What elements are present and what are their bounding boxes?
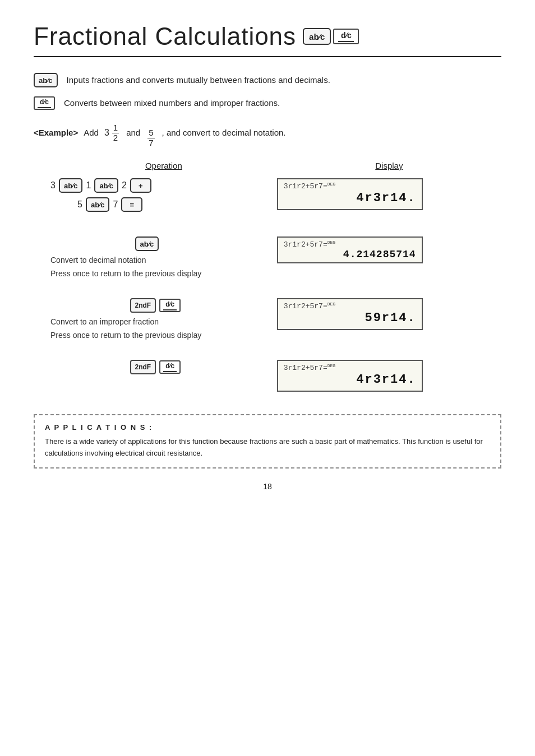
page-number: 18 xyxy=(34,482,501,491)
headers-row: Operation Display xyxy=(34,161,501,176)
applications-title: A P P L I C A T I O N S : xyxy=(45,423,490,432)
mixed-frac-1: 3 1 2 xyxy=(104,123,121,142)
example-section: <Example> Add 3 1 2 and 5 7 , and conver… xyxy=(34,123,501,147)
frac2-den: 7 xyxy=(147,138,154,148)
step4-display: 3r1r2+5r7=DEG 4r3r14. xyxy=(277,360,501,392)
calc-bottom-2: 4.214285714 xyxy=(284,249,416,260)
applications-box: A P P L I C A T I O N S : There is a wid… xyxy=(34,414,501,469)
step4-block: 2ndF d⁄c 3r1r2+5r7=DEG 4r3r14. xyxy=(34,360,501,392)
num-3: 3 xyxy=(50,180,56,191)
calc-display-1: 3r1r2+5r7=DEG 4r3r14. xyxy=(277,178,423,210)
num-5: 5 xyxy=(77,200,82,210)
ab-key-1[interactable]: ab⁄c xyxy=(59,178,83,193)
calc-bottom-4: 4r3r14. xyxy=(284,372,416,388)
fraction-2: 5 7 xyxy=(147,128,154,147)
calc-bottom-3: 59r14. xyxy=(284,310,416,327)
example-and: and xyxy=(126,128,140,137)
calc-top-4: 3r1r2+5r7=DEG xyxy=(284,363,416,372)
desc-text-2: Converts between mixed numbers and impro… xyxy=(64,97,280,110)
step1-block: 3 ab⁄c 1 ab⁄c 2 + 5 ab⁄c 7 = 3r1r2+5r7=D… xyxy=(34,178,501,216)
step3-block: 2ndF d⁄c Convert to an improper fraction… xyxy=(34,298,501,340)
applications-text: There is a wide variety of applications … xyxy=(45,436,490,460)
step2-keys-row: ab⁄c xyxy=(50,236,277,251)
deg-badge-2: DEG xyxy=(328,240,335,245)
step2-display: 3r1r2+5r7=DEG 4.214285714 xyxy=(277,236,501,278)
deg-badge-4: DEG xyxy=(328,363,335,368)
deg-badge-1: DEG xyxy=(328,182,335,187)
calc-display-2: 3r1r2+5r7=DEG 4.214285714 xyxy=(277,236,423,263)
title-icons: ab⁄c d⁄c xyxy=(303,28,359,45)
frac2-num: 5 xyxy=(147,128,154,138)
step1-display: 3r1r2+5r7=DEG 4r3r14. xyxy=(277,178,501,216)
step3-op: 2ndF d⁄c Convert to an improper fraction… xyxy=(34,298,277,340)
fraction-1: 1 2 xyxy=(112,123,119,142)
calc-display-4: 3r1r2+5r7=DEG 4r3r14. xyxy=(277,360,423,392)
ab-key-desc1: ab⁄c xyxy=(34,73,58,87)
calc-display-3: 3r1r2+5r7=DEG 59r14. xyxy=(277,298,423,330)
example-suffix: , and convert to decimal notation. xyxy=(162,128,286,137)
step2-notes: Convert to decimal notation Press once t… xyxy=(50,256,277,278)
mixed-int: 3 xyxy=(104,128,109,138)
step4-op: 2ndF d⁄c xyxy=(34,360,277,392)
num-7: 7 xyxy=(113,200,118,210)
step3-notes: Convert to an improper fraction Press on… xyxy=(50,317,277,340)
num-2: 2 xyxy=(122,180,127,191)
desc-text-1: Inputs fractions and converts mutually b… xyxy=(67,74,330,87)
step1-op: 3 ab⁄c 1 ab⁄c 2 + 5 ab⁄c 7 = xyxy=(34,178,277,216)
step1-keys-row1: 3 ab⁄c 1 ab⁄c 2 + xyxy=(50,178,277,193)
plus-key[interactable]: + xyxy=(130,178,151,193)
calc-top-2: 3r1r2+5r7=DEG xyxy=(284,240,416,249)
2ndf-key-1[interactable]: 2ndF xyxy=(130,298,156,313)
desc-row-2: d⁄c Converts between mixed numbers and i… xyxy=(34,96,501,110)
operation-header: Operation xyxy=(50,161,277,170)
frac1-den: 2 xyxy=(112,133,119,143)
ab-key-title: ab⁄c xyxy=(303,28,331,45)
display-header: Display xyxy=(277,161,501,170)
ab-key-3[interactable]: ab⁄c xyxy=(86,197,110,212)
2ndf-key-2[interactable]: 2ndF xyxy=(130,360,156,374)
calc-bottom-1: 4r3r14. xyxy=(284,191,416,207)
step3-note1: Convert to an improper fraction xyxy=(50,317,277,326)
dc-key-step4[interactable]: d⁄c xyxy=(159,360,181,374)
frac1-num: 1 xyxy=(112,123,119,133)
step2-op: ab⁄c Convert to decimal notation Press o… xyxy=(34,236,277,278)
desc-row-1: ab⁄c Inputs fractions and converts mutua… xyxy=(34,73,501,87)
ab-key-2[interactable]: ab⁄c xyxy=(94,178,118,193)
step4-keys-row: 2ndF d⁄c xyxy=(50,360,277,374)
deg-badge-3: DEG xyxy=(328,302,335,307)
dc-key-title: d⁄c xyxy=(333,29,359,44)
example-label: <Example> xyxy=(34,128,78,137)
step3-display: 3r1r2+5r7=DEG 59r14. xyxy=(277,298,501,340)
title-section: Fractional Calculations ab⁄c d⁄c xyxy=(34,22,501,57)
page-title: Fractional Calculations xyxy=(34,22,296,50)
step2-note2: Press once to return to the previous dis… xyxy=(50,269,277,278)
calc-top-3: 3r1r2+5r7=DEG xyxy=(284,302,416,310)
step1-keys-row2: 5 ab⁄c 7 = xyxy=(50,197,277,212)
equals-key[interactable]: = xyxy=(121,197,142,212)
ab-key-step2[interactable]: ab⁄c xyxy=(135,236,159,251)
example-intro: Add xyxy=(84,128,99,137)
step2-note1: Convert to decimal notation xyxy=(50,256,277,265)
dc-key-step3[interactable]: d⁄c xyxy=(159,299,181,312)
calc-top-1: 3r1r2+5r7=DEG xyxy=(284,182,416,191)
num-1: 1 xyxy=(86,180,91,191)
step3-note2: Press once to return to the previous dis… xyxy=(50,331,277,340)
dc-key-desc2: d⁄c xyxy=(34,96,55,110)
step2-block: ab⁄c Convert to decimal notation Press o… xyxy=(34,236,501,278)
step3-keys-row: 2ndF d⁄c xyxy=(50,298,277,313)
